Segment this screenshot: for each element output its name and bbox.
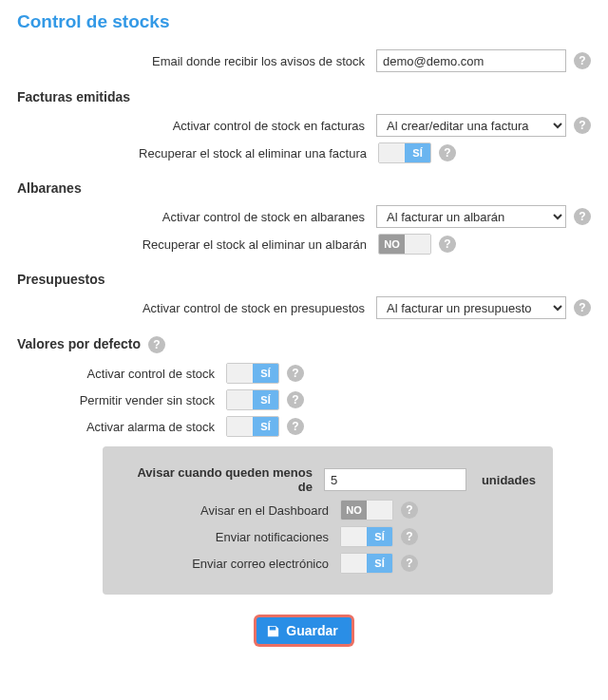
row-email: Email donde recibir los avisos de stock … (17, 49, 591, 72)
facturas-recuperar-label: Recuperar el stock al eliminar una factu… (17, 146, 378, 161)
facturas-recuperar-toggle[interactable]: SÍ (378, 142, 431, 163)
help-icon[interactable]: ? (401, 501, 418, 519)
albaranes-activar-label: Activar control de stock en albaranes (17, 210, 376, 224)
save-button-label: Guardar (286, 623, 337, 638)
default-alarma-toggle[interactable]: SÍ (226, 416, 279, 437)
help-icon[interactable]: ? (287, 365, 304, 382)
help-icon[interactable]: ? (401, 528, 418, 545)
albaranes-recuperar-label: Recuperar el stock al eliminar un albará… (17, 237, 378, 252)
row-albaranes-recuperar: Recuperar el stock al eliminar un albará… (17, 234, 591, 255)
row-notificaciones: Enviar notificaciones SÍ ? (120, 526, 536, 547)
default-control-toggle[interactable]: SÍ (226, 363, 279, 384)
albaranes-activar-select[interactable]: Al facturar un albarán (376, 205, 566, 228)
help-icon[interactable]: ? (574, 117, 591, 134)
help-icon[interactable]: ? (574, 299, 591, 316)
threshold-units: unidades (482, 473, 536, 487)
save-button[interactable]: Guardar (256, 617, 351, 644)
help-icon[interactable]: ? (574, 208, 591, 225)
help-icon[interactable]: ? (287, 418, 304, 435)
section-facturas-title: Facturas emitidas (17, 89, 591, 104)
row-default-control: Activar control de stock SÍ ? (17, 363, 591, 384)
email-label: Email donde recibir los avisos de stock (17, 54, 376, 68)
default-alarma-label: Activar alarma de stock (17, 420, 226, 434)
row-correo: Enviar correo electrónico SÍ ? (120, 553, 536, 574)
default-sinstock-label: Permitir vender sin stock (17, 393, 226, 407)
row-default-alarma: Activar alarma de stock SÍ ? (17, 416, 591, 437)
albaranes-recuperar-toggle[interactable]: NO (378, 234, 431, 255)
row-presupuestos-activar: Activar control de stock en presupuestos… (17, 296, 591, 319)
row-threshold: Avisar cuando queden menos de unidades (120, 465, 536, 494)
section-albaranes-title: Albaranes (17, 180, 591, 196)
help-icon[interactable]: ? (148, 336, 165, 353)
row-facturas-activar: Activar control de stock en facturas Al … (17, 114, 591, 137)
row-facturas-recuperar: Recuperar el stock al eliminar una factu… (17, 142, 591, 163)
presupuestos-activar-label: Activar control de stock en presupuestos (17, 301, 376, 315)
help-icon[interactable]: ? (574, 52, 591, 69)
row-default-sinstock: Permitir vender sin stock SÍ ? (17, 389, 591, 410)
page-title: Control de stocks (17, 11, 591, 32)
facturas-activar-select[interactable]: Al crear/editar una factura (376, 114, 566, 137)
section-presupuestos-title: Presupuestos (17, 272, 591, 287)
dashboard-label: Avisar en el Dashboard (120, 503, 340, 518)
section-defaults-title: Valores por defecto ? (17, 336, 591, 353)
help-icon[interactable]: ? (287, 391, 304, 408)
threshold-input[interactable] (324, 468, 466, 491)
row-albaranes-activar: Activar control de stock en albaranes Al… (17, 205, 591, 228)
notificaciones-toggle[interactable]: SÍ (340, 526, 393, 547)
presupuestos-activar-select[interactable]: Al facturar un presupuesto (376, 296, 566, 319)
save-icon (266, 624, 280, 638)
alarm-panel: Avisar cuando queden menos de unidades A… (103, 446, 553, 595)
help-icon[interactable]: ? (401, 555, 418, 572)
facturas-activar-label: Activar control de stock en facturas (17, 119, 376, 133)
help-icon[interactable]: ? (439, 144, 456, 161)
correo-toggle[interactable]: SÍ (340, 553, 393, 574)
notificaciones-label: Enviar notificaciones (120, 530, 340, 544)
default-control-label: Activar control de stock (17, 367, 226, 381)
defaults-title-text: Valores por defecto (17, 336, 141, 351)
threshold-label: Avisar cuando queden menos de (120, 465, 324, 494)
email-input[interactable] (376, 49, 566, 72)
row-dashboard: Avisar en el Dashboard NO ? (120, 500, 536, 520)
correo-label: Enviar correo electrónico (120, 557, 340, 571)
dashboard-toggle[interactable]: NO (340, 500, 393, 520)
help-icon[interactable]: ? (439, 236, 456, 253)
default-sinstock-toggle[interactable]: SÍ (226, 389, 279, 410)
